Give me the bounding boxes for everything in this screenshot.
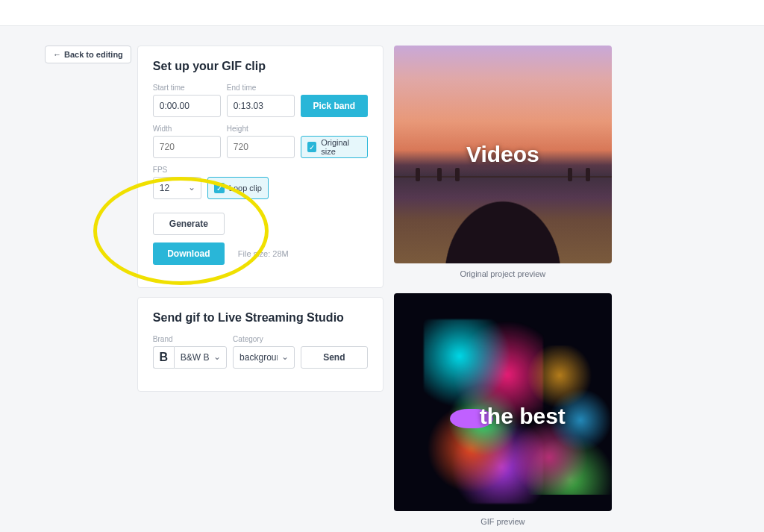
original-size-label: Original size: [321, 138, 361, 156]
original-preview-block: Videos Original project preview: [394, 46, 612, 278]
fps-select[interactable]: 12: [153, 177, 201, 199]
send-button[interactable]: Send: [301, 346, 368, 369]
start-time-input[interactable]: [153, 95, 221, 117]
topbar: [0, 0, 764, 26]
main-layout: ← Back to editing Set up your GIF clip S…: [0, 26, 764, 532]
check-icon: ✓: [214, 183, 225, 193]
loop-clip-checkbox[interactable]: ✓ Loop clip: [207, 177, 269, 199]
preview-column: Videos Original project preview the best…: [394, 46, 612, 526]
fps-label: FPS: [153, 166, 201, 174]
back-to-editing-button[interactable]: ← Back to editing: [45, 46, 131, 63]
download-button[interactable]: Download: [153, 242, 225, 265]
file-size-text: File size: 28M: [238, 249, 289, 258]
left-column: Set up your GIF clip Start time End time…: [137, 46, 383, 392]
arrow-left-icon: ←: [53, 50, 61, 59]
loop-clip-label: Loop clip: [229, 184, 262, 193]
send-gif-card: Send gif to Live Streaming Studio Brand …: [137, 297, 383, 392]
gif-card-title: Set up your GIF clip: [153, 60, 368, 73]
gif-overlay-text: the best: [480, 404, 566, 429]
original-preview: Videos: [394, 46, 612, 263]
width-label: Width: [153, 125, 221, 133]
category-select[interactable]: background: [233, 346, 295, 369]
start-time-label: Start time: [153, 84, 221, 92]
gif-setup-card: Set up your GIF clip Start time End time…: [137, 46, 383, 288]
gif-preview-block: the best GIF preview: [394, 293, 612, 526]
height-label: Height: [227, 125, 295, 133]
end-time-input[interactable]: [227, 95, 295, 117]
category-label: Category: [233, 335, 295, 343]
gif-preview: the best: [394, 293, 612, 511]
height-input[interactable]: [227, 136, 295, 158]
original-overlay-text: Videos: [466, 142, 539, 167]
back-label: Back to editing: [64, 50, 123, 59]
generate-button[interactable]: Generate: [153, 213, 225, 235]
check-icon: ✓: [307, 142, 316, 152]
width-input[interactable]: [153, 136, 221, 158]
send-card-title: Send gif to Live Streaming Studio: [153, 311, 368, 325]
end-time-label: End time: [227, 84, 295, 92]
original-size-checkbox[interactable]: ✓ Original size: [301, 136, 368, 158]
pick-band-button[interactable]: Pick band: [301, 95, 368, 117]
gif-caption: GIF preview: [394, 517, 612, 526]
original-caption: Original project preview: [394, 269, 612, 278]
brand-select[interactable]: B&W Brand: [174, 346, 227, 369]
bold-icon: B: [153, 346, 174, 369]
brand-label: Brand: [153, 335, 227, 343]
